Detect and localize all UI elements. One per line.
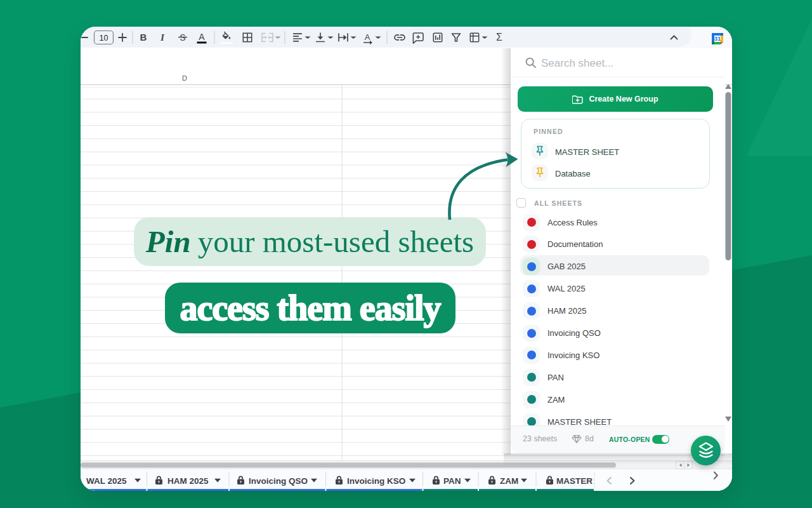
svg-text:I: I xyxy=(160,32,165,43)
svg-text:WAL 2025: WAL 2025 xyxy=(86,476,127,486)
svg-text:ZAM: ZAM xyxy=(500,476,518,486)
svg-text:31: 31 xyxy=(714,35,721,42)
svg-text:10: 10 xyxy=(100,34,108,43)
svg-text:B: B xyxy=(140,32,147,43)
svg-text:A: A xyxy=(199,32,205,42)
svg-text:Σ: Σ xyxy=(496,32,502,43)
svg-text:Invoicing KSO: Invoicing KSO xyxy=(347,476,405,486)
svg-text:MASTER S: MASTER S xyxy=(556,476,601,486)
svg-text:Invoicing QSO: Invoicing QSO xyxy=(249,476,308,486)
svg-text:HAM 2025: HAM 2025 xyxy=(167,476,209,486)
svg-text:A: A xyxy=(365,32,370,42)
svg-text:PAN: PAN xyxy=(443,476,461,486)
